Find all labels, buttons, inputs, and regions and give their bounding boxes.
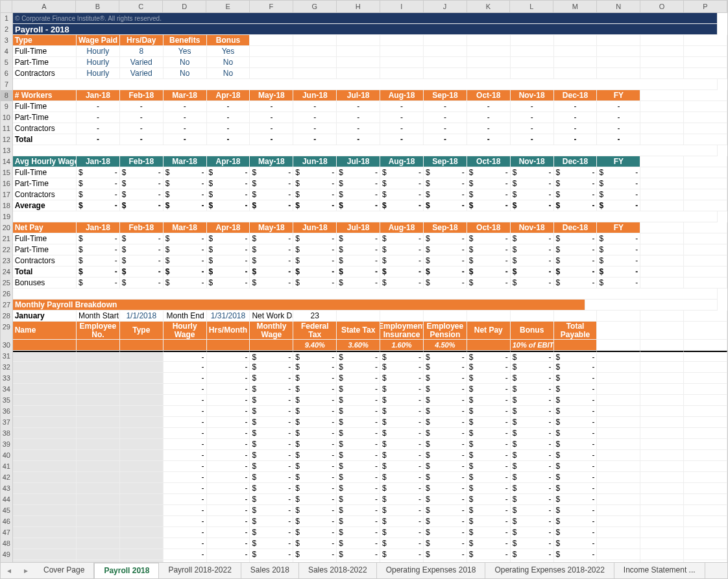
- dash-cell[interactable]: -: [293, 134, 337, 145]
- dash-cell[interactable]: -: [511, 112, 554, 123]
- dash-cell[interactable]: -: [250, 101, 293, 112]
- money-cell[interactable]: $-: [511, 167, 554, 178]
- monthly-cell[interactable]: $-: [467, 384, 511, 395]
- row-label[interactable]: Part-Time: [13, 178, 77, 189]
- money-cell[interactable]: $-: [380, 178, 424, 189]
- dash-cell[interactable]: -: [77, 112, 120, 123]
- monthly-cell[interactable]: [640, 395, 684, 406]
- monthly-cell[interactable]: $-: [250, 505, 293, 516]
- dash-cell[interactable]: -: [424, 134, 467, 145]
- monthly-cell[interactable]: $-: [511, 505, 554, 516]
- money-cell[interactable]: $-: [380, 167, 424, 178]
- money-cell[interactable]: $-: [250, 178, 293, 189]
- money-cell[interactable]: $-: [207, 278, 250, 289]
- monthly-cell[interactable]: $-: [293, 538, 337, 549]
- monthly-cell[interactable]: [597, 527, 640, 538]
- monthly-cell[interactable]: [597, 384, 640, 395]
- monthly-cell[interactable]: [77, 428, 120, 439]
- monthly-cell[interactable]: [120, 527, 164, 538]
- monthly-cell[interactable]: [684, 362, 727, 373]
- money-cell[interactable]: $-: [597, 178, 640, 189]
- monthly-cell[interactable]: [120, 516, 164, 527]
- monthly-cell[interactable]: -: [164, 395, 207, 406]
- dash-cell[interactable]: -: [120, 123, 164, 134]
- monthly-cell[interactable]: $-: [554, 538, 598, 549]
- types-cell[interactable]: [380, 68, 424, 79]
- monthly-cell[interactable]: $-: [511, 483, 554, 494]
- monthly-cell[interactable]: [684, 450, 727, 461]
- monthly-cell[interactable]: [13, 505, 77, 516]
- tab-operating-expenses-2018-2022[interactable]: Operating Expenses 2018-2022: [485, 563, 614, 578]
- row-label[interactable]: Full-Time: [13, 167, 77, 178]
- monthly-cell[interactable]: -: [164, 505, 207, 516]
- monthly-cell[interactable]: [684, 494, 727, 505]
- monthly-cell[interactable]: -: [207, 395, 250, 406]
- monthly-cell[interactable]: [120, 538, 164, 549]
- money-cell[interactable]: $-: [597, 255, 640, 266]
- monthly-cell[interactable]: $-: [250, 461, 293, 472]
- dash-cell[interactable]: -: [511, 134, 554, 145]
- monthly-cell[interactable]: [597, 362, 640, 373]
- row-label[interactable]: Part-Time: [13, 244, 77, 255]
- monthly-cell[interactable]: [13, 538, 77, 549]
- monthly-cell[interactable]: [13, 472, 77, 483]
- money-cell[interactable]: $-: [164, 167, 207, 178]
- monthly-cell[interactable]: $-: [424, 439, 467, 450]
- monthly-cell[interactable]: [77, 494, 120, 505]
- money-cell[interactable]: $-: [293, 167, 337, 178]
- monthly-cell[interactable]: -: [164, 384, 207, 395]
- monthly-cell[interactable]: $-: [337, 516, 380, 527]
- money-cell[interactable]: $-: [337, 167, 380, 178]
- monthly-cell[interactable]: [640, 527, 684, 538]
- monthly-cell[interactable]: [120, 505, 164, 516]
- money-cell[interactable]: $-: [424, 233, 467, 244]
- types-cell[interactable]: [640, 68, 684, 79]
- dash-cell[interactable]: -: [597, 123, 640, 134]
- monthly-cell[interactable]: [597, 516, 640, 527]
- monthly-cell[interactable]: $-: [511, 450, 554, 461]
- monthly-cell[interactable]: $-: [424, 527, 467, 538]
- monthly-cell[interactable]: $-: [250, 417, 293, 428]
- monthly-cell[interactable]: [77, 362, 120, 373]
- money-cell[interactable]: $-: [293, 255, 337, 266]
- col-O[interactable]: O: [640, 1, 684, 12]
- monthly-cell[interactable]: $-: [293, 373, 337, 384]
- money-cell[interactable]: $-: [554, 167, 598, 178]
- tab-payroll-2018[interactable]: Payroll 2018: [94, 563, 159, 578]
- monthly-cell[interactable]: $-: [511, 472, 554, 483]
- row-label[interactable]: Total: [13, 134, 77, 145]
- tab-sales-2018-2022[interactable]: Sales 2018-2022: [299, 563, 377, 578]
- tab-prev-icon[interactable]: ◂: [7, 566, 11, 575]
- dash-cell[interactable]: -: [337, 101, 380, 112]
- col-D[interactable]: D: [163, 1, 206, 12]
- dash-cell[interactable]: -: [293, 112, 337, 123]
- types-cell[interactable]: [597, 46, 640, 57]
- monthly-cell[interactable]: [597, 351, 640, 362]
- monthly-cell[interactable]: $-: [293, 505, 337, 516]
- monthly-cell[interactable]: -: [164, 472, 207, 483]
- types-cell[interactable]: [380, 57, 424, 68]
- money-cell[interactable]: $-: [293, 178, 337, 189]
- monthly-cell[interactable]: [77, 373, 120, 384]
- monthly-cell[interactable]: $-: [424, 362, 467, 373]
- dash-cell[interactable]: -: [467, 123, 511, 134]
- money-cell[interactable]: $-: [164, 244, 207, 255]
- money-cell[interactable]: $-: [207, 266, 250, 278]
- monthly-cell[interactable]: $-: [337, 483, 380, 494]
- monthly-cell[interactable]: $-: [380, 527, 424, 538]
- types-cell[interactable]: [684, 68, 727, 79]
- money-cell[interactable]: $-: [337, 189, 380, 200]
- types-cell[interactable]: [337, 68, 380, 79]
- monthly-cell[interactable]: [640, 494, 684, 505]
- col-K[interactable]: K: [467, 1, 511, 12]
- money-cell[interactable]: $-: [424, 278, 467, 289]
- monthly-cell[interactable]: [13, 362, 77, 373]
- dash-cell[interactable]: -: [597, 101, 640, 112]
- types-cell[interactable]: [467, 46, 511, 57]
- monthly-cell[interactable]: $-: [511, 373, 554, 384]
- dash-cell[interactable]: -: [554, 134, 598, 145]
- monthly-cell[interactable]: [597, 538, 640, 549]
- monthly-cell[interactable]: $-: [467, 549, 511, 560]
- monthly-cell[interactable]: $-: [337, 395, 380, 406]
- types-cell[interactable]: Hourly: [77, 57, 120, 68]
